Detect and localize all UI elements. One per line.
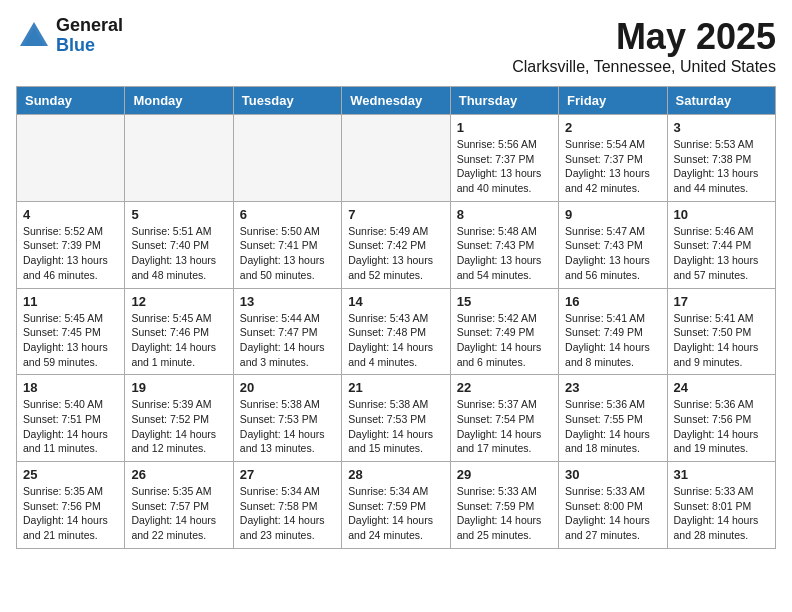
day-info: Sunrise: 5:38 AM Sunset: 7:53 PM Dayligh… (240, 397, 335, 456)
calendar-cell: 28Sunrise: 5:34 AM Sunset: 7:59 PM Dayli… (342, 462, 450, 549)
day-number: 22 (457, 380, 552, 395)
day-info: Sunrise: 5:33 AM Sunset: 7:59 PM Dayligh… (457, 484, 552, 543)
calendar-cell: 15Sunrise: 5:42 AM Sunset: 7:49 PM Dayli… (450, 288, 558, 375)
day-info: Sunrise: 5:48 AM Sunset: 7:43 PM Dayligh… (457, 224, 552, 283)
calendar-cell: 12Sunrise: 5:45 AM Sunset: 7:46 PM Dayli… (125, 288, 233, 375)
calendar-cell: 1Sunrise: 5:56 AM Sunset: 7:37 PM Daylig… (450, 115, 558, 202)
day-info: Sunrise: 5:43 AM Sunset: 7:48 PM Dayligh… (348, 311, 443, 370)
weekday-header-monday: Monday (125, 87, 233, 115)
month-title: May 2025 (512, 16, 776, 58)
day-info: Sunrise: 5:56 AM Sunset: 7:37 PM Dayligh… (457, 137, 552, 196)
day-number: 3 (674, 120, 769, 135)
day-number: 28 (348, 467, 443, 482)
calendar-cell: 5Sunrise: 5:51 AM Sunset: 7:40 PM Daylig… (125, 201, 233, 288)
day-info: Sunrise: 5:34 AM Sunset: 7:59 PM Dayligh… (348, 484, 443, 543)
calendar-cell: 29Sunrise: 5:33 AM Sunset: 7:59 PM Dayli… (450, 462, 558, 549)
calendar-cell: 25Sunrise: 5:35 AM Sunset: 7:56 PM Dayli… (17, 462, 125, 549)
day-number: 5 (131, 207, 226, 222)
day-number: 10 (674, 207, 769, 222)
location-title: Clarksville, Tennessee, United States (512, 58, 776, 76)
day-number: 20 (240, 380, 335, 395)
calendar-cell: 19Sunrise: 5:39 AM Sunset: 7:52 PM Dayli… (125, 375, 233, 462)
calendar-cell (342, 115, 450, 202)
calendar-cell: 10Sunrise: 5:46 AM Sunset: 7:44 PM Dayli… (667, 201, 775, 288)
week-row-1: 1Sunrise: 5:56 AM Sunset: 7:37 PM Daylig… (17, 115, 776, 202)
weekday-header-wednesday: Wednesday (342, 87, 450, 115)
day-number: 12 (131, 294, 226, 309)
day-number: 4 (23, 207, 118, 222)
day-number: 16 (565, 294, 660, 309)
day-info: Sunrise: 5:54 AM Sunset: 7:37 PM Dayligh… (565, 137, 660, 196)
day-info: Sunrise: 5:41 AM Sunset: 7:50 PM Dayligh… (674, 311, 769, 370)
calendar-cell: 31Sunrise: 5:33 AM Sunset: 8:01 PM Dayli… (667, 462, 775, 549)
day-number: 1 (457, 120, 552, 135)
day-info: Sunrise: 5:39 AM Sunset: 7:52 PM Dayligh… (131, 397, 226, 456)
calendar-cell: 17Sunrise: 5:41 AM Sunset: 7:50 PM Dayli… (667, 288, 775, 375)
calendar-cell: 27Sunrise: 5:34 AM Sunset: 7:58 PM Dayli… (233, 462, 341, 549)
calendar-cell: 2Sunrise: 5:54 AM Sunset: 7:37 PM Daylig… (559, 115, 667, 202)
calendar-cell: 4Sunrise: 5:52 AM Sunset: 7:39 PM Daylig… (17, 201, 125, 288)
day-number: 23 (565, 380, 660, 395)
day-number: 19 (131, 380, 226, 395)
day-number: 26 (131, 467, 226, 482)
day-info: Sunrise: 5:40 AM Sunset: 7:51 PM Dayligh… (23, 397, 118, 456)
calendar-cell: 3Sunrise: 5:53 AM Sunset: 7:38 PM Daylig… (667, 115, 775, 202)
calendar-cell: 22Sunrise: 5:37 AM Sunset: 7:54 PM Dayli… (450, 375, 558, 462)
day-number: 17 (674, 294, 769, 309)
day-info: Sunrise: 5:46 AM Sunset: 7:44 PM Dayligh… (674, 224, 769, 283)
calendar-cell: 8Sunrise: 5:48 AM Sunset: 7:43 PM Daylig… (450, 201, 558, 288)
calendar-cell: 23Sunrise: 5:36 AM Sunset: 7:55 PM Dayli… (559, 375, 667, 462)
day-number: 29 (457, 467, 552, 482)
calendar-cell (233, 115, 341, 202)
day-info: Sunrise: 5:33 AM Sunset: 8:00 PM Dayligh… (565, 484, 660, 543)
calendar-cell: 7Sunrise: 5:49 AM Sunset: 7:42 PM Daylig… (342, 201, 450, 288)
day-number: 13 (240, 294, 335, 309)
day-number: 6 (240, 207, 335, 222)
calendar-cell: 30Sunrise: 5:33 AM Sunset: 8:00 PM Dayli… (559, 462, 667, 549)
calendar-cell: 11Sunrise: 5:45 AM Sunset: 7:45 PM Dayli… (17, 288, 125, 375)
day-info: Sunrise: 5:37 AM Sunset: 7:54 PM Dayligh… (457, 397, 552, 456)
day-number: 30 (565, 467, 660, 482)
day-info: Sunrise: 5:52 AM Sunset: 7:39 PM Dayligh… (23, 224, 118, 283)
calendar-cell: 24Sunrise: 5:36 AM Sunset: 7:56 PM Dayli… (667, 375, 775, 462)
day-info: Sunrise: 5:36 AM Sunset: 7:56 PM Dayligh… (674, 397, 769, 456)
day-number: 7 (348, 207, 443, 222)
day-info: Sunrise: 5:38 AM Sunset: 7:53 PM Dayligh… (348, 397, 443, 456)
logo-blue: Blue (56, 36, 123, 56)
day-info: Sunrise: 5:35 AM Sunset: 7:57 PM Dayligh… (131, 484, 226, 543)
day-number: 9 (565, 207, 660, 222)
calendar-cell: 14Sunrise: 5:43 AM Sunset: 7:48 PM Dayli… (342, 288, 450, 375)
weekday-header-friday: Friday (559, 87, 667, 115)
week-row-5: 25Sunrise: 5:35 AM Sunset: 7:56 PM Dayli… (17, 462, 776, 549)
page-header: General Blue May 2025 Clarksville, Tenne… (16, 16, 776, 76)
day-info: Sunrise: 5:45 AM Sunset: 7:45 PM Dayligh… (23, 311, 118, 370)
logo-icon (16, 18, 52, 54)
weekday-header-row: SundayMondayTuesdayWednesdayThursdayFrid… (17, 87, 776, 115)
calendar-cell (125, 115, 233, 202)
day-number: 18 (23, 380, 118, 395)
day-info: Sunrise: 5:53 AM Sunset: 7:38 PM Dayligh… (674, 137, 769, 196)
day-info: Sunrise: 5:51 AM Sunset: 7:40 PM Dayligh… (131, 224, 226, 283)
day-info: Sunrise: 5:34 AM Sunset: 7:58 PM Dayligh… (240, 484, 335, 543)
week-row-4: 18Sunrise: 5:40 AM Sunset: 7:51 PM Dayli… (17, 375, 776, 462)
logo-text: General Blue (56, 16, 123, 56)
day-info: Sunrise: 5:49 AM Sunset: 7:42 PM Dayligh… (348, 224, 443, 283)
calendar-cell: 18Sunrise: 5:40 AM Sunset: 7:51 PM Dayli… (17, 375, 125, 462)
day-number: 15 (457, 294, 552, 309)
weekday-header-thursday: Thursday (450, 87, 558, 115)
day-number: 21 (348, 380, 443, 395)
title-area: May 2025 Clarksville, Tennessee, United … (512, 16, 776, 76)
calendar-cell: 13Sunrise: 5:44 AM Sunset: 7:47 PM Dayli… (233, 288, 341, 375)
day-number: 8 (457, 207, 552, 222)
calendar-table: SundayMondayTuesdayWednesdayThursdayFrid… (16, 86, 776, 549)
day-number: 27 (240, 467, 335, 482)
weekday-header-sunday: Sunday (17, 87, 125, 115)
week-row-2: 4Sunrise: 5:52 AM Sunset: 7:39 PM Daylig… (17, 201, 776, 288)
calendar-cell: 9Sunrise: 5:47 AM Sunset: 7:43 PM Daylig… (559, 201, 667, 288)
day-number: 31 (674, 467, 769, 482)
day-info: Sunrise: 5:33 AM Sunset: 8:01 PM Dayligh… (674, 484, 769, 543)
calendar-cell: 20Sunrise: 5:38 AM Sunset: 7:53 PM Dayli… (233, 375, 341, 462)
day-info: Sunrise: 5:36 AM Sunset: 7:55 PM Dayligh… (565, 397, 660, 456)
day-number: 24 (674, 380, 769, 395)
logo: General Blue (16, 16, 123, 56)
